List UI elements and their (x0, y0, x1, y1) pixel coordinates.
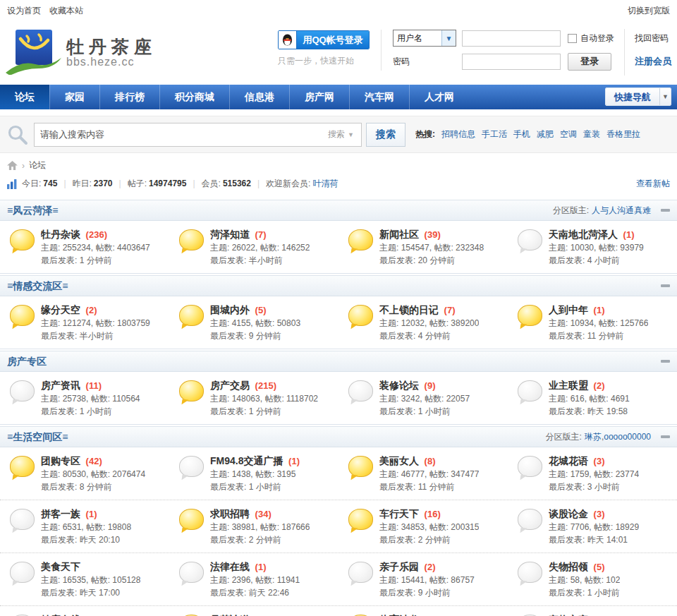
forum-title-link[interactable]: 花城花语 (549, 455, 588, 466)
forum-title-link[interactable]: 车行天下 (379, 508, 419, 519)
section-title[interactable]: 房产专区 (7, 351, 47, 371)
home-icon[interactable] (7, 161, 18, 170)
collapse-icon[interactable] (661, 209, 670, 212)
forum-cell: 人到中年 (1)主题: 10934, 帖数: 125766最后发表: 11 分钟… (508, 303, 677, 342)
new-member-link[interactable]: 叶清荷 (312, 179, 338, 188)
forum-bubble-new-icon[interactable] (10, 229, 35, 250)
forum-lastpost: 最后发表: 昨天 17:00 (41, 586, 140, 599)
forum-bubble-new-icon[interactable] (348, 305, 373, 326)
username-input[interactable] (462, 30, 561, 47)
forum-cell: 美丽女人 (8)主题: 46777, 帖数: 347477最后发表: 11 分钟… (338, 454, 508, 493)
nav-item-5[interactable]: 房产网 (289, 85, 349, 109)
hot-search-link-3[interactable]: 减肥 (537, 129, 554, 139)
forum-title-link[interactable]: 围城内外 (210, 304, 250, 315)
section-title[interactable]: ≡生活空间区≡ (7, 427, 68, 447)
breadcrumb-current[interactable]: 论坛 (29, 159, 46, 171)
moderator-link[interactable]: ooooo00000 (604, 427, 651, 447)
forum-title-link[interactable]: 天南地北菏泽人 (549, 229, 618, 240)
site-logo[interactable]: 牡丹茶座 bbs.heze.cc (6, 28, 157, 77)
forum-bubble-icon[interactable] (10, 380, 35, 401)
password-input[interactable] (462, 54, 561, 70)
quick-nav-button[interactable]: 快捷导航 ▼ (605, 87, 671, 106)
forum-title-link[interactable]: 装修论坛 (379, 380, 419, 391)
auto-login-checkbox[interactable]: 自动登录 (568, 32, 614, 44)
nav-item-2[interactable]: 排行榜 (99, 85, 159, 109)
collapse-icon[interactable] (661, 284, 670, 287)
forum-bubble-new-icon[interactable] (348, 456, 373, 477)
section-title[interactable]: ≡情感交流区≡ (7, 276, 68, 296)
forum-bubble-new-icon[interactable] (518, 305, 542, 326)
topbar-link-0[interactable]: 设为首页 (7, 6, 41, 16)
hot-search-link-6[interactable]: 香格里拉 (606, 129, 640, 139)
forum-title-link[interactable]: 业主联盟 (549, 380, 588, 391)
register-link[interactable]: 注册会员 (635, 56, 671, 66)
search-button[interactable]: 搜索 (366, 123, 405, 147)
forum-bubble-icon[interactable] (10, 509, 35, 530)
forum-bubble-icon[interactable] (518, 380, 542, 401)
forum-bubble-icon[interactable] (179, 456, 204, 477)
view-new-posts-link[interactable]: 查看新帖 (636, 178, 670, 190)
forum-title-link[interactable]: 新闻社区 (379, 229, 419, 240)
forum-title-link[interactable]: 房产交易 (210, 380, 250, 391)
forum-bubble-new-icon[interactable] (10, 305, 35, 326)
forum-title-link[interactable]: 不上锁的日记 (379, 304, 439, 315)
forum-bubble-icon[interactable] (348, 562, 373, 583)
forum-title-link[interactable]: 美丽女人 (379, 455, 419, 466)
forgot-password-link[interactable]: 找回密码 (635, 33, 669, 43)
forum-bubble-icon[interactable] (518, 456, 542, 477)
collapse-icon[interactable] (661, 435, 670, 438)
moderator-link[interactable]: 琳苏 (585, 427, 602, 447)
forum-title-link[interactable]: 团购专区 (41, 455, 80, 466)
nav-item-1[interactable]: 家园 (49, 85, 99, 109)
forum-bubble-icon[interactable] (179, 562, 204, 583)
chevron-down-icon[interactable]: ▼ (659, 88, 671, 105)
nav-item-3[interactable]: 积分商城 (159, 85, 229, 109)
forum-bubble-icon[interactable] (518, 562, 542, 583)
forum-title-link[interactable]: 谈股论金 (549, 508, 588, 519)
forum-meta: 主题: 1759, 帖数: 23774 (549, 468, 639, 481)
forum-title-link[interactable]: FM94.8交通广播 (210, 455, 283, 466)
forum-bubble-new-icon[interactable] (348, 509, 373, 530)
forum-bubble-icon[interactable] (518, 509, 542, 530)
nav-item-7[interactable]: 人才网 (409, 85, 469, 109)
forum-title-link[interactable]: 失物招领 (549, 561, 588, 572)
search-type-dropdown[interactable]: 搜索 ▼ (324, 128, 361, 140)
hot-search-link-0[interactable]: 招聘信息 (441, 129, 475, 139)
login-type-select[interactable]: 用户名 ▼ (393, 30, 456, 47)
hot-search-link-1[interactable]: 手工活 (482, 129, 507, 139)
forum-bubble-new-icon[interactable] (179, 380, 204, 401)
forum-bubble-icon[interactable] (348, 380, 373, 401)
topbar-link-1[interactable]: 收藏本站 (49, 6, 83, 16)
hot-search-link-4[interactable]: 空调 (560, 129, 577, 139)
collapse-icon[interactable] (661, 360, 670, 363)
forum-title-link[interactable]: 人到中年 (549, 304, 588, 315)
moderator-link[interactable]: 人与人沟通真难 (592, 200, 651, 220)
nav-item-6[interactable]: 汽车网 (349, 85, 409, 109)
forum-title-link[interactable]: 拼客一族 (41, 508, 80, 519)
forum-bubble-new-icon[interactable] (179, 229, 204, 250)
forum-title-link[interactable]: 亲子乐园 (379, 561, 419, 572)
nav-item-4[interactable]: 信息港 (229, 85, 289, 109)
forum-title-link[interactable]: 房产资讯 (41, 380, 80, 391)
search-input[interactable] (35, 129, 324, 140)
hot-search-link-2[interactable]: 手机 (513, 129, 530, 139)
qq-login-button[interactable]: 用QQ帐号登录 (278, 30, 370, 49)
forum-title-link[interactable]: 求职招聘 (210, 508, 250, 519)
forum-bubble-new-icon[interactable] (179, 305, 204, 326)
forum-title-link[interactable]: 牡丹杂谈 (41, 229, 80, 240)
forum-bubble-icon[interactable] (10, 562, 35, 583)
forum-title-link[interactable]: 缘分天空 (41, 304, 80, 315)
forum-title-link[interactable]: 菏泽知道 (210, 229, 250, 240)
hot-search-link-5[interactable]: 童装 (583, 129, 600, 139)
forum-bubble-new-icon[interactable] (179, 509, 204, 530)
forum-title-link[interactable]: 法律在线 (210, 561, 250, 572)
forum-title-link[interactable]: 美食天下 (41, 561, 80, 572)
stat-label: 欢迎新会员: (266, 179, 310, 188)
forum-bubble-new-icon[interactable] (348, 229, 373, 250)
forum-bubble-icon[interactable] (518, 229, 542, 250)
switch-wide-link[interactable]: 切换到宽版 (628, 6, 670, 16)
section-title[interactable]: ≡风云菏泽≡ (7, 200, 58, 220)
login-button[interactable]: 登录 (568, 53, 611, 71)
forum-bubble-new-icon[interactable] (10, 456, 35, 477)
nav-item-0[interactable]: 论坛 (0, 85, 49, 109)
